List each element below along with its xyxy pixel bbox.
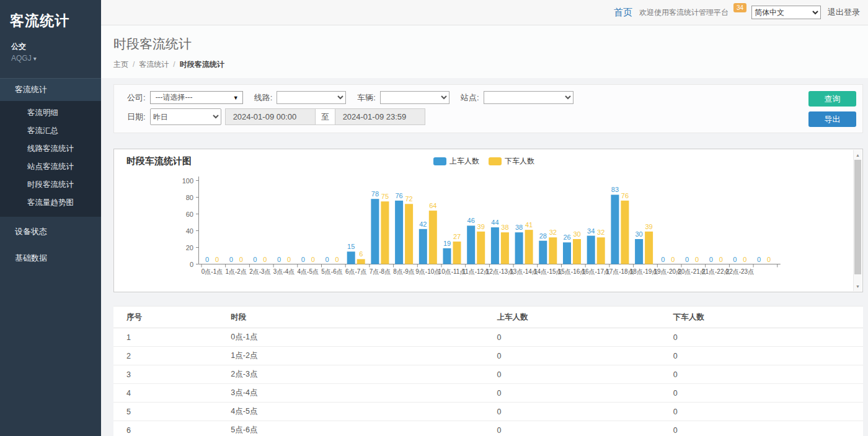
svg-text:64: 64 [429, 202, 436, 209]
company-select[interactable]: ---请选择--- ▼ [150, 91, 243, 104]
scroll-up-icon[interactable]: ▲ [854, 150, 862, 159]
chart-scrollbar[interactable]: ▲ ▼ [853, 150, 862, 291]
svg-text:0: 0 [311, 256, 315, 263]
table-column-header: 上车人数 [492, 307, 668, 328]
scrollbar-thumb[interactable] [854, 160, 861, 274]
svg-text:26: 26 [563, 233, 570, 241]
sidebar-subitem[interactable]: 时段客流统计 [0, 176, 101, 194]
sidebar-item-passenger-stats[interactable]: 客流统计 [0, 78, 101, 101]
table-cell: 5 [113, 403, 226, 421]
sidebar-subitem[interactable]: 客流汇总 [0, 122, 101, 140]
date-start-input[interactable]: 2024-01-09 00:00 [225, 108, 316, 125]
table-cell: 3 [113, 365, 226, 384]
table-cell: 0 [492, 328, 668, 347]
svg-text:32: 32 [549, 229, 557, 236]
svg-text:41: 41 [525, 221, 533, 229]
svg-text:46: 46 [467, 217, 475, 224]
main-area: 首页 欢迎使用客流统计管理平台 34 简体中文 退出登录 时段客流统计 主页/客… [101, 0, 868, 436]
svg-text:0: 0 [287, 256, 291, 263]
sidebar-subitem[interactable]: 客流明细 [0, 104, 101, 122]
svg-text:0: 0 [695, 256, 699, 263]
svg-text:15: 15 [347, 243, 355, 250]
svg-text:42: 42 [419, 220, 427, 228]
svg-text:20: 20 [186, 244, 193, 251]
svg-text:0: 0 [205, 256, 209, 263]
legend-label: 下车人数 [505, 156, 534, 167]
date-preset-select[interactable]: 昨日 [150, 108, 221, 125]
svg-text:8点-9点: 8点-9点 [393, 268, 414, 275]
legend-item[interactable]: 下车人数 [489, 156, 534, 167]
breadcrumb-item[interactable]: 主页 [113, 60, 128, 69]
svg-text:0点-1点: 0点-1点 [202, 268, 223, 275]
chart-panel: 时段车流统计图 上车人数下车人数 020406080100000点-1点001点… [113, 149, 863, 292]
table-row: 32点-3点00 [113, 365, 863, 384]
svg-text:0: 0 [253, 256, 257, 263]
station-select[interactable] [484, 91, 574, 104]
svg-text:76: 76 [395, 192, 402, 199]
svg-text:0: 0 [325, 256, 329, 263]
bar-chart: 020406080100000点-1点001点-2点002点-3点003点-4点… [173, 171, 787, 277]
table-cell: 0 [492, 365, 668, 384]
svg-text:7点-8点: 7点-8点 [370, 268, 391, 275]
svg-text:0: 0 [767, 256, 771, 263]
station-label: 站点: [461, 92, 479, 103]
scroll-down-icon[interactable]: ▼ [854, 282, 862, 290]
breadcrumb-item[interactable]: 客流统计 [139, 60, 169, 69]
table-cell: 0 [492, 347, 668, 365]
date-range-separator: 至 [316, 108, 335, 125]
svg-text:78: 78 [371, 190, 379, 198]
table-row: 65点-6点00 [113, 421, 863, 436]
line-select[interactable] [277, 91, 346, 104]
language-select[interactable]: 简体中文 [751, 6, 821, 19]
legend-swatch [489, 157, 502, 165]
svg-text:0: 0 [301, 256, 305, 263]
org-name: 公交 [0, 33, 101, 53]
svg-text:0: 0 [661, 256, 665, 263]
date-end-input[interactable]: 2024-01-09 23:59 [335, 108, 425, 125]
table-cell: 0 [668, 365, 863, 384]
table-row: 10点-1点00 [113, 328, 863, 347]
table-header-row: 序号时段上车人数下车人数 [113, 307, 863, 328]
svg-text:60: 60 [186, 211, 193, 218]
query-button[interactable]: 查询 [808, 91, 856, 107]
breadcrumb-item: 时段客流统计 [180, 60, 224, 69]
sidebar-subitem[interactable]: 站点客流统计 [0, 158, 101, 176]
table-cell: 1 [113, 328, 226, 347]
table-column-header: 序号 [113, 307, 226, 328]
topbar: 首页 欢迎使用客流统计管理平台 34 简体中文 退出登录 [101, 0, 868, 25]
svg-text:38: 38 [515, 224, 523, 231]
svg-text:30: 30 [635, 230, 642, 238]
svg-text:0: 0 [733, 256, 737, 263]
sidebar-subitem[interactable]: 客流量趋势图 [0, 194, 101, 212]
table-cell: 0 [668, 403, 863, 421]
svg-text:2点-3点: 2点-3点 [249, 268, 270, 275]
svg-text:9点-10点: 9点-10点 [415, 268, 440, 275]
welcome-text: 欢迎使用客流统计管理平台 [639, 7, 728, 18]
legend-item[interactable]: 上车人数 [433, 156, 479, 167]
table-cell: 6 [113, 421, 226, 436]
table-row: 43点-4点00 [113, 384, 863, 403]
svg-text:19: 19 [443, 240, 451, 247]
svg-text:0: 0 [215, 256, 219, 263]
sidebar-subitem[interactable]: 线路客流统计 [0, 140, 101, 158]
svg-text:6点-7点: 6点-7点 [345, 268, 366, 275]
svg-text:0: 0 [757, 256, 761, 263]
svg-text:40: 40 [186, 227, 193, 235]
breadcrumb: 主页/客流统计/时段客流统计 [113, 59, 856, 70]
table-cell: 1点-2点 [226, 347, 492, 365]
sidebar-item-base-data[interactable]: 基础数据 [0, 246, 101, 270]
table-row: 54点-5点00 [113, 403, 863, 421]
sidebar-item-device-status[interactable]: 设备状态 [0, 220, 101, 243]
vehicle-select[interactable] [380, 91, 450, 104]
company-label: 公司: [127, 92, 146, 103]
notification-badge[interactable]: 34 [733, 3, 746, 12]
table-cell: 0 [668, 328, 863, 347]
table-cell: 5点-6点 [226, 421, 492, 436]
dropdown-arrow-icon: ▼ [233, 95, 239, 101]
org-code-dropdown[interactable]: AQGJ▾ [0, 53, 101, 63]
table-body: 10点-1点0021点-2点0032点-3点0043点-4点0054点-5点00… [113, 328, 863, 436]
logout-link[interactable]: 退出登录 [828, 7, 860, 18]
export-button[interactable]: 导出 [808, 111, 856, 127]
chart-legend: 上车人数下车人数 [114, 156, 854, 167]
home-link[interactable]: 首页 [614, 7, 632, 19]
